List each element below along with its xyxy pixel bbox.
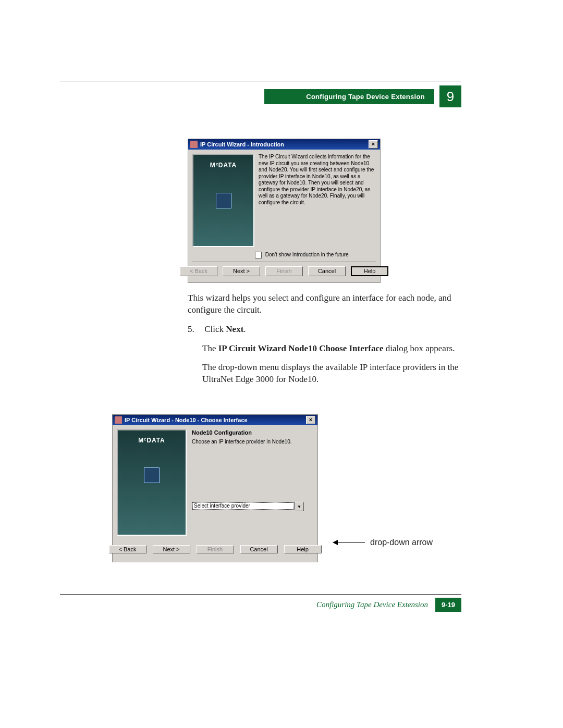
back-button[interactable]: < Back: [109, 545, 146, 553]
select-value[interactable]: Select interface provider: [192, 502, 295, 510]
node10-config-subtext: Choose an IP interface provider in Node1…: [192, 439, 313, 445]
help-button[interactable]: Help: [351, 266, 388, 276]
body-p3: The drop-down menu displays the availabl…: [202, 362, 461, 386]
chapter-badge: 9: [439, 85, 461, 107]
app-icon: [190, 141, 198, 148]
arrow-left-icon: [333, 540, 338, 545]
cancel-button[interactable]: Cancel: [240, 545, 278, 553]
dialog2-title: IP Circuit Wizard - Node10 - Choose Inte…: [125, 417, 306, 423]
step5-text-bold: Next: [226, 324, 243, 334]
chevron-down-icon[interactable]: ▼: [295, 502, 304, 511]
callout-line: [338, 542, 365, 543]
step5-number: 5.: [188, 324, 202, 336]
brand-logo: MᶜDATA: [193, 161, 253, 169]
back-button: < Back: [180, 266, 217, 276]
intro-paragraph: The IP Circuit Wizard collects informati…: [259, 154, 376, 247]
callout-label: drop-down arrow: [370, 538, 433, 547]
globe-icon: [144, 467, 160, 483]
p2-a: The: [202, 343, 218, 353]
header-section-title: Configuring Tape Device Extension: [264, 89, 434, 104]
finish-button: Finish: [265, 266, 303, 276]
close-icon[interactable]: ×: [369, 140, 378, 149]
step5-text-a: Click: [204, 324, 226, 334]
footer-title: Configuring Tape Device Extension: [316, 600, 428, 609]
wizard-side-pane: MᶜDATA: [192, 154, 254, 247]
finish-button: Finish: [197, 545, 234, 553]
next-button[interactable]: Next >: [153, 545, 190, 553]
dialog-intro-titlebar: IP Circuit Wizard - Introduction ×: [188, 139, 380, 150]
dialog2-titlebar: IP Circuit Wizard - Node10 - Choose Inte…: [113, 415, 317, 425]
p2-c: dialog box appears.: [384, 343, 455, 353]
dialog-intro-title: IP Circuit Wizard - Introduction: [200, 141, 369, 149]
footer-page-number: 9-19: [435, 598, 461, 612]
app-icon: [115, 416, 122, 424]
wizard-side-pane: MᶜDATA: [117, 429, 187, 536]
next-button[interactable]: Next >: [223, 266, 260, 276]
node10-config-heading: Node10 Configuration: [192, 429, 313, 436]
step5-text-c: .: [243, 324, 246, 334]
interface-provider-select[interactable]: Select interface provider ▼: [192, 502, 304, 511]
dialog-intro: IP Circuit Wizard - Introduction × MᶜDAT…: [188, 139, 381, 283]
body-p1: This wizard helps you select and configu…: [188, 292, 461, 316]
header-rule: [60, 81, 461, 81]
brand-logo: MᶜDATA: [118, 437, 186, 444]
dont-show-checkbox[interactable]: [255, 252, 262, 258]
dont-show-label: Don't show Introduction in the future: [265, 252, 349, 257]
help-button[interactable]: Help: [284, 545, 322, 553]
close-icon[interactable]: ×: [306, 416, 315, 424]
footer-rule: [60, 594, 461, 595]
dialog-choose-interface: IP Circuit Wizard - Node10 - Choose Inte…: [112, 414, 318, 562]
p2-bold: IP Circuit Wizard Node10 Choose Interfac…: [218, 343, 384, 353]
cancel-button[interactable]: Cancel: [308, 266, 346, 276]
globe-icon: [216, 193, 231, 208]
